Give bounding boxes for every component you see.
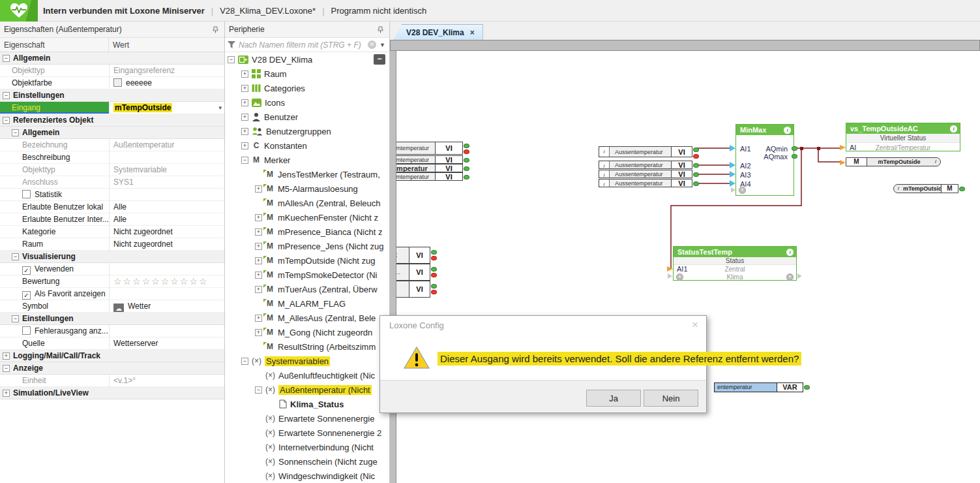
property-row-statistik[interactable]: Statistik: [0, 189, 224, 201]
expand-icon[interactable]: +: [241, 85, 248, 92]
collapse-icon[interactable]: −: [241, 358, 248, 365]
tree-item-raum[interactable]: +Raum: [225, 67, 389, 81]
tree-item-internetverbindung-nicht[interactable]: (×)Internetverbindung (Nicht: [225, 440, 389, 454]
collapse-icon[interactable]: −: [12, 253, 19, 260]
checkbox-unchecked[interactable]: [22, 326, 31, 335]
property-row-erlaubte-benutzer-inter[interactable]: Erlaubte Benutzer Inter...Alle: [0, 213, 224, 226]
filter-dropdown-icon[interactable]: ▼: [379, 42, 385, 48]
partial-input-block[interactable]: tun...VI: [396, 264, 430, 281]
input-ai2[interactable]: AI2: [740, 162, 751, 170]
property-row-beschreibung[interactable]: Beschreibung: [0, 151, 224, 164]
dropdown-caret-icon[interactable]: ▾: [218, 102, 222, 114]
property-row-quelle[interactable]: QuelleWetterserver: [0, 337, 224, 350]
property-row-fehlerausgang-anz[interactable]: Fehlerausgang anz...: [0, 325, 224, 337]
property-group-anzeige[interactable]: −Anzeige: [0, 362, 224, 375]
property-row-objekttyp[interactable]: ObjekttypEingangsreferenz: [0, 65, 224, 77]
clear-filter-icon[interactable]: ✕: [368, 40, 376, 49]
tree-filter[interactable]: Nach Namen filtern mit (STRG + F) ✕ ▼: [225, 38, 389, 52]
add-output-icon[interactable]: +: [786, 273, 794, 281]
tree-item-sonnenschein-nicht-zuge[interactable]: (×)Sonnenschein (Nicht zuge: [225, 454, 389, 469]
room-temp-input-block[interactable]: umtemperaturVI: [396, 155, 463, 164]
info-icon[interactable]: i: [786, 249, 794, 256]
expand-icon[interactable]: +: [241, 114, 248, 121]
expand-icon[interactable]: +: [255, 228, 262, 236]
connector-red[interactable]: [431, 273, 437, 277]
connector-green[interactable]: [464, 166, 469, 171]
checkbox-checked[interactable]: ✓: [22, 291, 31, 300]
property-row-erlaubte-benutzer-lokal[interactable]: Erlaubte Benutzer lokalAlle: [0, 201, 224, 213]
property-group-einstellungen[interactable]: −Einstellungen: [0, 89, 224, 102]
expand-icon[interactable]: +: [241, 70, 248, 78]
collapse-icon[interactable]: −: [3, 117, 10, 124]
expand-icon[interactable]: +: [255, 185, 262, 193]
outdoor-temp-input-block[interactable]: iAussentemperaturVI: [599, 170, 692, 178]
expand-icon[interactable]: +: [255, 243, 262, 250]
tree-item-mkuechenfenster-nicht-z[interactable]: +MmKuechenFenster (Nicht z: [225, 210, 389, 225]
connector-green[interactable]: [693, 172, 699, 177]
tree-item-benutzergruppen[interactable]: +Benutzergruppen: [225, 124, 389, 138]
connector-green[interactable]: [431, 250, 437, 255]
tree-item-icons[interactable]: +Icons: [225, 95, 389, 110]
tree-item-mpresence-jens-nicht-zug[interactable]: +MmPresence_Jens (Nicht zug: [225, 239, 389, 253]
collapse-icon[interactable]: −: [12, 315, 19, 322]
expand-icon[interactable]: +: [255, 272, 262, 279]
tree-item-merker[interactable]: −MMerker: [225, 153, 389, 167]
collapse-icon[interactable]: −: [241, 157, 248, 164]
wiring-canvas[interactable]: umtemperaturVIumtemperaturVIemperaturVIu…: [396, 51, 980, 483]
tree-item-konstanten[interactable]: +CKonstanten: [225, 138, 389, 153]
minmax-function-block[interactable]: MinMax i AI1 AQmin AQmax AI2 AI3 AI4 +: [735, 124, 794, 196]
merker-output-block[interactable]: M mTempOutside i: [846, 157, 941, 166]
partial-input-block[interactable]: VI: [396, 281, 430, 298]
tree-item-mpresence-bianca-nicht-z[interactable]: +MmPresence_Bianca (Nicht z: [225, 225, 389, 239]
expand-icon[interactable]: +: [255, 257, 262, 264]
aqmin-connector[interactable]: [792, 146, 797, 151]
input-ai3[interactable]: AI3: [740, 171, 751, 179]
tree-item-erwartete-sonnenenergie-2[interactable]: (×)Erwartete Sonnenenergie 2: [225, 426, 389, 440]
tab-close-icon[interactable]: ×: [470, 28, 475, 37]
connector-green[interactable]: [431, 267, 437, 272]
room-temp-input-block[interactable]: umtemperaturVI: [396, 172, 463, 181]
tree-item-au-entemperatur-nicht[interactable]: −(×)Außentemperatur (Nicht: [225, 382, 389, 397]
connector-green[interactable]: [693, 181, 699, 186]
ja-button[interactable]: Ja: [586, 390, 641, 407]
expand-icon[interactable]: +: [255, 315, 262, 322]
collapse-icon[interactable]: −: [255, 386, 262, 394]
tree-item-benutzer[interactable]: +Benutzer: [225, 110, 389, 124]
input-ai[interactable]: AI: [846, 144, 856, 152]
tree-item-m-gong-nicht-zugeordn[interactable]: +MM_Gong (Nicht zugeordn: [225, 325, 389, 339]
property-group-allgemein[interactable]: −Allgemein: [0, 52, 224, 65]
property-row-kategorie[interactable]: KategorieNicht zugeordnet: [0, 226, 224, 238]
vertical-scrollbar[interactable]: [390, 51, 396, 483]
var-reference-block[interactable]: entemperatur VAR: [714, 382, 803, 392]
tree-item-v28-dev-klima[interactable]: −V28 DEV_Klima−: [225, 52, 389, 67]
tree-item-m-alarm-flag[interactable]: MM_ALARM_FLAG: [225, 296, 389, 311]
tree-item-klima-status[interactable]: Klima_Status: [225, 397, 389, 411]
merker-input-block[interactable]: i mTempOutside M: [893, 184, 958, 193]
collapse-icon[interactable]: −: [228, 56, 235, 63]
expand-icon[interactable]: +: [3, 390, 10, 397]
connector-red[interactable]: [464, 149, 469, 154]
output-connector[interactable]: [804, 385, 810, 390]
checkbox-checked[interactable]: ✓: [22, 266, 31, 275]
outdoor-temp-input-block[interactable]: iAussentemperaturVI: [599, 146, 692, 157]
tree-item-jenstestmerker-testraum[interactable]: MJensTestMerker (Testraum,: [225, 167, 389, 181]
collapse-icon[interactable]: −: [12, 129, 19, 136]
connector-green[interactable]: [464, 158, 469, 163]
expand-icon[interactable]: +: [255, 286, 262, 293]
checkbox-unchecked[interactable]: [22, 190, 31, 198]
collapse-all-button[interactable]: −: [374, 54, 385, 65]
property-group-simulation-liveview[interactable]: +Simulation/LiveView: [0, 387, 224, 399]
color-swatch[interactable]: [113, 78, 122, 87]
property-row-als-favorit-anzeigen[interactable]: ✓Als Favorit anzeigen: [0, 288, 224, 300]
tab-v28-dev-klima[interactable]: V28 DEV_Klima ×: [394, 24, 483, 40]
property-row-einheit[interactable]: Einheit<v.1>°: [0, 375, 224, 387]
connector-green[interactable]: [693, 163, 699, 168]
expand-icon[interactable]: +: [255, 329, 262, 336]
horizontal-scrollbar[interactable]: [390, 40, 980, 51]
tree-item-mtueraus-zentral-berw[interactable]: +MmTuerAus (Zentral, Überw: [225, 282, 389, 296]
pin-icon[interactable]: [377, 26, 384, 33]
connector-green[interactable]: [464, 144, 469, 148]
expand-icon[interactable]: +: [241, 99, 248, 106]
property-row-symbol[interactable]: Symbol☁Wetter: [0, 300, 224, 313]
property-row-bewertung[interactable]: Bewertung☆☆☆☆☆☆☆☆☆☆: [0, 275, 224, 288]
